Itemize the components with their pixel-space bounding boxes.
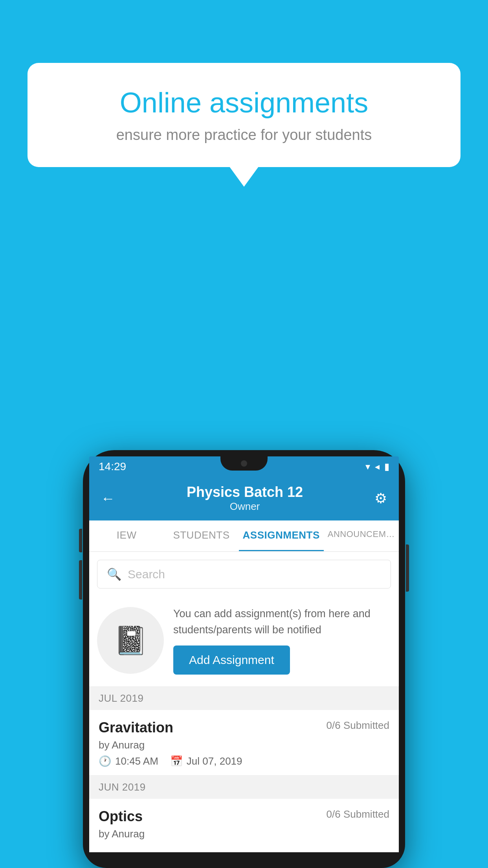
- speech-bubble-title: Online assignments: [55, 86, 433, 119]
- search-icon: 🔍: [107, 567, 121, 581]
- phone-outer: 14:29 ▾ ◂ ▮ ← Physics Batch 12 Owner ⚙ I…: [83, 450, 405, 868]
- add-assignment-section: 📓 You can add assignment(s) from here an…: [89, 596, 399, 687]
- side-button-left-top: [79, 529, 82, 552]
- assignment-item-optics[interactable]: Optics 0/6 Submitted by Anurag: [89, 799, 399, 852]
- header-center: Physics Batch 12 Owner: [187, 484, 303, 513]
- assignment-name-gravitation: Gravitation: [99, 719, 173, 736]
- assignment-submitted-gravitation: 0/6 Submitted: [327, 719, 389, 732]
- assignment-top-row: Gravitation 0/6 Submitted: [99, 719, 389, 736]
- phone-wrapper: 14:29 ▾ ◂ ▮ ← Physics Batch 12 Owner ⚙ I…: [83, 450, 405, 868]
- side-button-right: [406, 544, 409, 592]
- section-header-jul: JUL 2019: [89, 687, 399, 710]
- add-assignment-right: You can add assignment(s) from here and …: [173, 606, 391, 675]
- assignment-optics-top-row: Optics 0/6 Submitted: [99, 808, 389, 825]
- settings-icon[interactable]: ⚙: [374, 490, 387, 507]
- wifi-icon: ▾: [365, 461, 370, 472]
- notch: [220, 456, 268, 471]
- assignment-name-optics: Optics: [99, 808, 143, 825]
- search-placeholder: Search: [128, 568, 165, 581]
- assignment-meta-gravitation: 🕐 10:45 AM 📅 Jul 07, 2019: [99, 755, 389, 767]
- phone-screen: IEW STUDENTS ASSIGNMENTS ANNOUNCEM… 🔍 Se…: [89, 520, 399, 852]
- tab-announcements[interactable]: ANNOUNCEM…: [324, 520, 399, 551]
- assignment-time-gravitation: 🕐 10:45 AM: [99, 755, 158, 767]
- add-assignment-button[interactable]: Add Assignment: [173, 645, 290, 675]
- header-subtitle: Owner: [187, 500, 303, 513]
- speech-bubble: Online assignments ensure more practice …: [28, 63, 460, 167]
- section-header-jun: JUN 2019: [89, 776, 399, 799]
- app-header: ← Physics Batch 12 Owner ⚙: [89, 477, 399, 520]
- clock-icon: 🕐: [99, 755, 111, 767]
- tab-iew[interactable]: IEW: [89, 520, 164, 551]
- assignment-icon-circle: 📓: [97, 607, 164, 674]
- assignment-submitted-optics: 0/6 Submitted: [327, 808, 389, 820]
- back-button[interactable]: ←: [101, 490, 115, 507]
- camera-dot: [241, 460, 247, 467]
- signal-icon: ◂: [375, 461, 380, 472]
- search-bar[interactable]: 🔍 Search: [97, 560, 391, 588]
- assignment-date-gravitation: 📅 Jul 07, 2019: [170, 755, 242, 767]
- side-button-left-bottom: [79, 560, 82, 600]
- notebook-icon: 📓: [114, 624, 148, 657]
- tabs-container: IEW STUDENTS ASSIGNMENTS ANNOUNCEM…: [89, 520, 399, 552]
- add-assignment-description: You can add assignment(s) from here and …: [173, 606, 391, 638]
- tab-students[interactable]: STUDENTS: [164, 520, 238, 551]
- speech-bubble-subtitle: ensure more practice for your students: [55, 127, 433, 143]
- status-bar: 14:29 ▾ ◂ ▮: [89, 456, 399, 477]
- assignment-author-optics: by Anurag: [99, 828, 389, 840]
- battery-icon: ▮: [384, 461, 389, 472]
- status-icons: ▾ ◂ ▮: [365, 461, 389, 472]
- phone-bottom-bar: [89, 852, 399, 862]
- calendar-icon: 📅: [170, 755, 183, 767]
- assignment-author-gravitation: by Anurag: [99, 739, 389, 751]
- speech-bubble-container: Online assignments ensure more practice …: [28, 63, 460, 167]
- assignment-item-gravitation[interactable]: Gravitation 0/6 Submitted by Anurag 🕐 10…: [89, 710, 399, 776]
- tab-assignments[interactable]: ASSIGNMENTS: [239, 520, 324, 551]
- header-title: Physics Batch 12: [187, 484, 303, 500]
- status-time: 14:29: [99, 460, 126, 473]
